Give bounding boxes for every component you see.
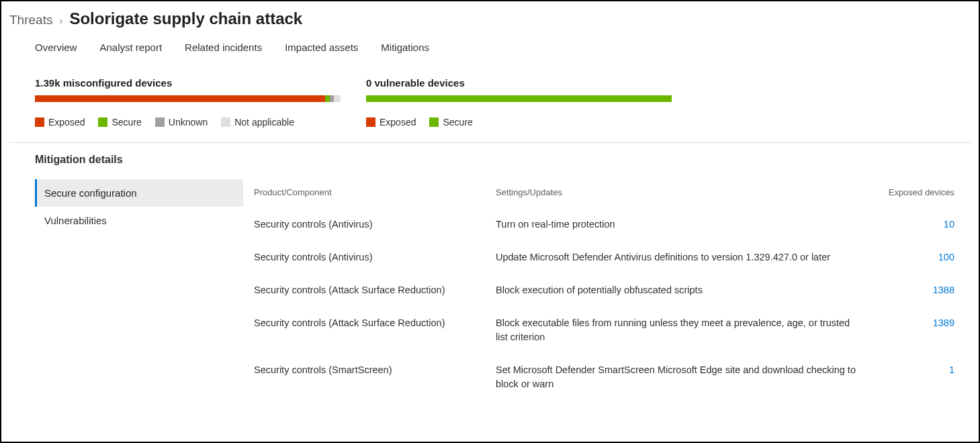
pivot-nav: Secure configurationVulnerabilities <box>35 179 243 401</box>
exposed-devices-link[interactable]: 1388 <box>933 285 954 295</box>
table-row[interactable]: Security controls (Attack Surface Reduct… <box>243 307 965 354</box>
misconfigured-legend: ExposedSecureUnknownNot applicable <box>35 117 341 128</box>
tab-analyst-report[interactable]: Analyst report <box>100 38 163 57</box>
bar-segment-not-applicable <box>334 95 341 102</box>
table-row[interactable]: Security controls (SmartScreen)Set Micro… <box>243 354 965 401</box>
bar-segment-exposed <box>35 95 325 102</box>
cell-setting: Block execution of potentially obfuscate… <box>485 274 871 307</box>
legend-swatch-icon <box>155 117 165 127</box>
legend-swatch-icon <box>366 117 375 127</box>
legend-item-secure: Secure <box>429 117 472 128</box>
vulnerable-title: 0 vulnerable devices <box>366 77 672 89</box>
breadcrumb-parent[interactable]: Threats <box>9 13 52 28</box>
legend-item-exposed: Exposed <box>366 117 416 128</box>
legend-item-exposed: Exposed <box>35 117 85 128</box>
exposed-devices-link[interactable]: 100 <box>938 252 954 262</box>
mitigation-details: Secure configurationVulnerabilities Prod… <box>9 179 971 401</box>
tab-mitigations[interactable]: Mitigations <box>381 38 429 57</box>
cell-product: Security controls (Antivirus) <box>243 208 485 241</box>
cell-setting: Update Microsoft Defender Antivirus defi… <box>485 241 871 274</box>
legend-swatch-icon <box>221 117 230 127</box>
col-product[interactable]: Product/Component <box>243 179 485 208</box>
cell-setting: Turn on real-time protection <box>485 208 871 241</box>
misconfigured-chart: 1.39k misconfigured devices ExposedSecur… <box>35 77 341 128</box>
table-row[interactable]: Security controls (Antivirus)Turn on rea… <box>243 208 965 241</box>
legend-swatch-icon <box>35 117 44 127</box>
exposed-devices-link[interactable]: 1 <box>949 364 954 375</box>
cell-exposed-devices: 1 <box>871 354 965 401</box>
section-mitigation-details: Mitigation details <box>9 154 971 166</box>
tab-overview[interactable]: Overview <box>35 38 77 57</box>
vulnerable-chart: 0 vulnerable devices ExposedSecure <box>366 77 672 128</box>
legend-item-not-applicable: Not applicable <box>221 117 294 128</box>
cell-product: Security controls (Antivirus) <box>243 241 485 274</box>
vulnerable-bar <box>366 95 672 102</box>
mitigation-table-wrap: Product/Component Settings/Updates Expos… <box>243 179 971 401</box>
col-settings[interactable]: Settings/Updates <box>485 179 871 208</box>
pivot-item-secure-configuration[interactable]: Secure configuration <box>35 179 243 207</box>
tab-bar: Overview Analyst report Related incident… <box>9 38 971 57</box>
cell-product: Security controls (SmartScreen) <box>243 354 485 401</box>
col-exposed[interactable]: Exposed devices <box>871 179 965 208</box>
table-header-row: Product/Component Settings/Updates Expos… <box>243 179 965 208</box>
table-row[interactable]: Security controls (Attack Surface Reduct… <box>243 274 965 307</box>
bar-segment-secure <box>366 95 672 102</box>
pivot-item-vulnerabilities[interactable]: Vulnerabilities <box>35 207 243 234</box>
legend-item-unknown: Unknown <box>155 117 208 128</box>
vulnerable-legend: ExposedSecure <box>366 117 672 128</box>
mitigation-table: Product/Component Settings/Updates Expos… <box>243 179 965 401</box>
legend-swatch-icon <box>429 117 439 127</box>
cell-exposed-devices: 10 <box>871 208 965 241</box>
legend-item-secure: Secure <box>98 117 141 128</box>
legend-swatch-icon <box>98 117 107 127</box>
misconfigured-bar <box>35 95 341 102</box>
cell-setting: Block executable files from running unle… <box>485 307 871 354</box>
table-row[interactable]: Security controls (Antivirus)Update Micr… <box>243 241 965 274</box>
tab-related-incidents[interactable]: Related incidents <box>185 38 262 57</box>
cell-setting: Set Microsoft Defender SmartScreen Micro… <box>485 354 871 401</box>
cell-exposed-devices: 100 <box>871 241 965 274</box>
chevron-right-icon: › <box>59 15 62 26</box>
cell-exposed-devices: 1388 <box>871 274 965 307</box>
breadcrumb: Threats › Solorigate supply chain attack <box>9 9 971 28</box>
divider <box>9 142 971 143</box>
tab-impacted-assets[interactable]: Impacted assets <box>285 38 358 57</box>
summary-charts: 1.39k misconfigured devices ExposedSecur… <box>9 77 971 128</box>
cell-exposed-devices: 1389 <box>871 307 965 354</box>
cell-product: Security controls (Attack Surface Reduct… <box>243 307 485 354</box>
cell-product: Security controls (Attack Surface Reduct… <box>243 274 485 307</box>
page-title: Solorigate supply chain attack <box>69 9 302 28</box>
exposed-devices-link[interactable]: 1389 <box>933 317 954 328</box>
exposed-devices-link[interactable]: 10 <box>944 219 954 230</box>
misconfigured-title: 1.39k misconfigured devices <box>35 77 341 89</box>
